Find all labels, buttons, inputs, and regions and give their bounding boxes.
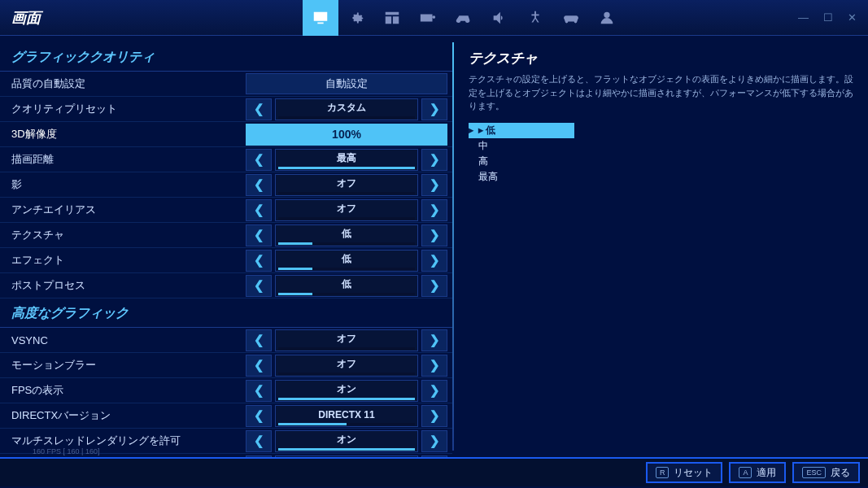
- arrow-right-icon[interactable]: ❯: [421, 455, 447, 458]
- setting-control: ❮オフ❯: [246, 174, 447, 196]
- setting-value: オフ: [275, 329, 418, 351]
- setting-row[interactable]: モーションブラー❮オフ❯: [0, 353, 452, 378]
- arrow-right-icon[interactable]: ❯: [421, 329, 447, 351]
- back-button[interactable]: ESC戻る: [792, 462, 860, 483]
- section-head: 高度なグラフィック: [0, 298, 452, 328]
- setting-label: マルチスレッドレンダリングを許可: [0, 434, 246, 448]
- tab-audio[interactable]: [482, 0, 517, 36]
- setting-value: オン: [275, 430, 418, 452]
- setting-value: 最高: [275, 149, 418, 171]
- setting-label: アンチエイリアス: [0, 203, 246, 217]
- arrow-left-icon[interactable]: ❮: [246, 174, 272, 196]
- info-option[interactable]: 最高: [469, 169, 574, 185]
- minimize-icon[interactable]: —: [798, 11, 809, 24]
- setting-row[interactable]: DIRECTXバージョン❮DIRECTX 11❯: [0, 403, 452, 429]
- arrow-left-icon[interactable]: ❮: [246, 98, 272, 120]
- setting-row[interactable]: テクスチャ❮低❯: [0, 223, 452, 248]
- fps-counter: 160 FPS [ 160 | 160]: [33, 447, 99, 455]
- arrow-right-icon[interactable]: ❯: [421, 405, 447, 427]
- setting-value: オン: [275, 380, 418, 402]
- arrow-right-icon[interactable]: ❯: [421, 250, 447, 272]
- arrow-right-icon[interactable]: ❯: [421, 98, 447, 120]
- info-option[interactable]: 高: [469, 154, 574, 169]
- setting-value: オフ: [275, 355, 418, 377]
- footer: Rリセット A適用 ESC戻る: [0, 457, 868, 486]
- setting-value: オフ: [275, 199, 418, 221]
- setting-control: ❮カスタム❯: [246, 98, 447, 120]
- setting-label: 品質の自動設定: [0, 76, 246, 91]
- setting-control: ❮低❯: [246, 275, 447, 297]
- setting-value: 低: [275, 224, 418, 246]
- setting-row[interactable]: 品質の自動設定自動設定: [0, 72, 452, 97]
- setting-row[interactable]: エフェクト❮低❯: [0, 248, 452, 273]
- tab-keyboard[interactable]: [410, 0, 446, 36]
- setting-label: VSYNC: [0, 334, 246, 346]
- setting-label: 影: [0, 177, 246, 192]
- reset-button[interactable]: Rリセット: [646, 462, 723, 483]
- setting-row[interactable]: 3D解像度100%: [0, 122, 452, 147]
- setting-label: エフェクト: [0, 253, 246, 268]
- tab-settings[interactable]: [338, 0, 374, 36]
- setting-row[interactable]: ポストプロセス❮低❯: [0, 273, 452, 298]
- arrow-left-icon[interactable]: ❮: [246, 224, 272, 246]
- page-title: 画面: [0, 8, 303, 28]
- setting-control: ❮オン❯: [246, 380, 447, 402]
- arrow-right-icon[interactable]: ❯: [421, 380, 447, 402]
- arrow-right-icon[interactable]: ❯: [421, 355, 447, 377]
- setting-row[interactable]: クオリティプリセット❮カスタム❯: [0, 97, 452, 122]
- setting-label: 3D解像度: [0, 127, 246, 142]
- info-option[interactable]: ▸ 低: [469, 123, 574, 138]
- setting-value: DIRECTX 11: [275, 405, 418, 427]
- arrow-left-icon[interactable]: ❮: [246, 250, 272, 272]
- arrow-right-icon[interactable]: ❯: [421, 174, 447, 196]
- tab-hud[interactable]: [374, 0, 410, 36]
- arrow-right-icon[interactable]: ❯: [421, 149, 447, 171]
- setting-value: オフ: [275, 455, 418, 458]
- setting-label: テクスチャ: [0, 228, 246, 242]
- arrow-left-icon[interactable]: ❮: [246, 149, 272, 171]
- arrow-left-icon[interactable]: ❮: [246, 405, 272, 427]
- setting-control: ❮オフ❯: [246, 455, 447, 458]
- setting-value: 低: [275, 250, 418, 272]
- arrow-right-icon[interactable]: ❯: [421, 199, 447, 221]
- arrow-left-icon[interactable]: ❮: [246, 430, 272, 452]
- arrow-left-icon[interactable]: ❮: [246, 199, 272, 221]
- main: グラフィッククオリティ品質の自動設定自動設定クオリティプリセット❮カスタム❯3D…: [0, 36, 868, 457]
- arrow-left-icon[interactable]: ❮: [246, 380, 272, 402]
- setting-label: FPSの表示: [0, 383, 246, 398]
- setting-row[interactable]: FPSの表示❮オン❯: [0, 378, 452, 403]
- arrow-left-icon[interactable]: ❮: [246, 455, 272, 458]
- tab-controller[interactable]: [446, 0, 482, 36]
- setting-row[interactable]: 描画距離❮最高❯: [0, 147, 452, 172]
- apply-button[interactable]: A適用: [729, 462, 786, 483]
- tab-account[interactable]: [589, 0, 625, 36]
- arrow-left-icon[interactable]: ❮: [246, 329, 272, 351]
- setting-row[interactable]: アンチエイリアス❮オフ❯: [0, 198, 452, 223]
- info-option[interactable]: 中: [469, 138, 574, 154]
- info-options: ▸ 低中高最高: [469, 123, 853, 185]
- setting-control: ❮オフ❯: [246, 199, 447, 221]
- arrow-left-icon[interactable]: ❮: [246, 275, 272, 297]
- tab-bar: [303, 0, 625, 35]
- close-icon[interactable]: ✕: [848, 11, 857, 24]
- section-head: グラフィッククオリティ: [0, 42, 452, 72]
- selected-value[interactable]: 100%: [246, 124, 447, 146]
- setting-row[interactable]: VSYNC❮オフ❯: [0, 328, 452, 353]
- tab-accessibility[interactable]: [517, 0, 553, 36]
- setting-control: ❮低❯: [246, 250, 447, 272]
- tab-display[interactable]: [303, 0, 338, 36]
- setting-value: 低: [275, 275, 418, 297]
- arrow-right-icon[interactable]: ❯: [421, 430, 447, 452]
- tab-gamepad[interactable]: [553, 0, 589, 36]
- auto-button[interactable]: 自動設定: [246, 73, 447, 94]
- arrow-right-icon[interactable]: ❯: [421, 275, 447, 297]
- arrow-left-icon[interactable]: ❮: [246, 355, 272, 377]
- info-panel: テクスチャ テクスチャの設定を上げると、フラットなオブジェクトの表面をよりきめ細…: [454, 36, 868, 457]
- maximize-icon[interactable]: ☐: [823, 11, 833, 24]
- setting-control: 自動設定: [246, 73, 447, 95]
- setting-value: カスタム: [275, 98, 418, 120]
- setting-row[interactable]: 影❮オフ❯: [0, 172, 452, 198]
- arrow-right-icon[interactable]: ❯: [421, 224, 447, 246]
- setting-control: ❮オフ❯: [246, 329, 447, 351]
- setting-label: 描画距離: [0, 152, 246, 167]
